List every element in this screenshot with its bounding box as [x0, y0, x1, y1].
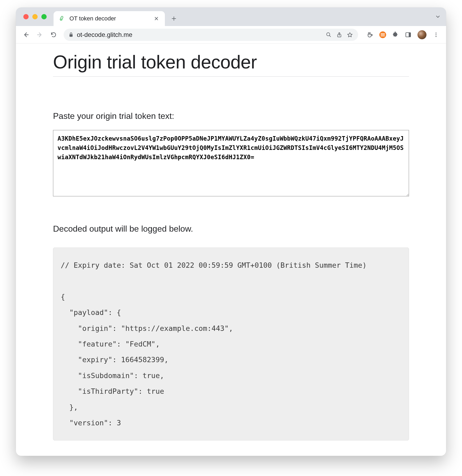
browser-menu-button[interactable]	[430, 29, 442, 41]
svg-point-8	[435, 32, 437, 33]
svg-point-9	[435, 34, 437, 35]
search-icon[interactable]	[326, 32, 332, 38]
svg-point-10	[435, 36, 437, 37]
address-bar[interactable]: ot-decode.glitch.me	[64, 29, 358, 41]
lock-icon	[68, 32, 74, 37]
extension-orange-circle-icon[interactable]	[379, 31, 387, 39]
window-minimize-button[interactable]	[32, 14, 38, 19]
extension-icons	[366, 31, 412, 39]
share-icon[interactable]	[336, 32, 342, 38]
url-text: ot-decode.glitch.me	[77, 31, 323, 38]
page-heading: Origin trial token decoder	[53, 51, 409, 77]
output-label: Decoded output will be logged below.	[53, 224, 409, 234]
tab-list-dropdown[interactable]	[435, 7, 441, 26]
token-textarea[interactable]: A3KDhE5exJOzckewvsnaSO6uslg7zPop0OPP5aDN…	[53, 130, 409, 196]
nav-forward-button[interactable]	[34, 29, 46, 41]
svg-rect-2	[69, 34, 73, 37]
reload-button[interactable]	[48, 29, 59, 41]
tab-close-button[interactable]	[153, 15, 160, 22]
input-label: Paste your origin trial token text:	[53, 111, 409, 121]
extension-coffee-icon[interactable]	[366, 31, 374, 39]
nav-back-button[interactable]	[20, 29, 32, 41]
svg-rect-7	[409, 33, 411, 37]
browser-toolbar: ot-decode.glitch.me	[16, 26, 446, 44]
side-panel-icon[interactable]	[404, 31, 412, 39]
tab-title: OT token decoder	[69, 15, 149, 22]
window-close-button[interactable]	[23, 14, 29, 19]
bookmark-star-icon[interactable]	[347, 32, 353, 38]
window-controls	[21, 7, 49, 26]
tab-strip: OT token decoder	[16, 7, 446, 26]
profile-avatar[interactable]	[417, 30, 426, 39]
browser-window: OT token decoder	[16, 7, 446, 456]
browser-tab[interactable]: OT token decoder	[54, 11, 165, 26]
page-content: Origin trial token decoder Paste your or…	[16, 44, 446, 440]
tab-favicon-test-tube-icon	[59, 15, 66, 22]
extensions-puzzle-icon[interactable]	[391, 31, 399, 39]
window-fullscreen-button[interactable]	[41, 14, 47, 19]
decoded-output: // Expiry date: Sat Oct 01 2022 00:59:59…	[53, 248, 409, 440]
new-tab-button[interactable]	[168, 13, 180, 24]
